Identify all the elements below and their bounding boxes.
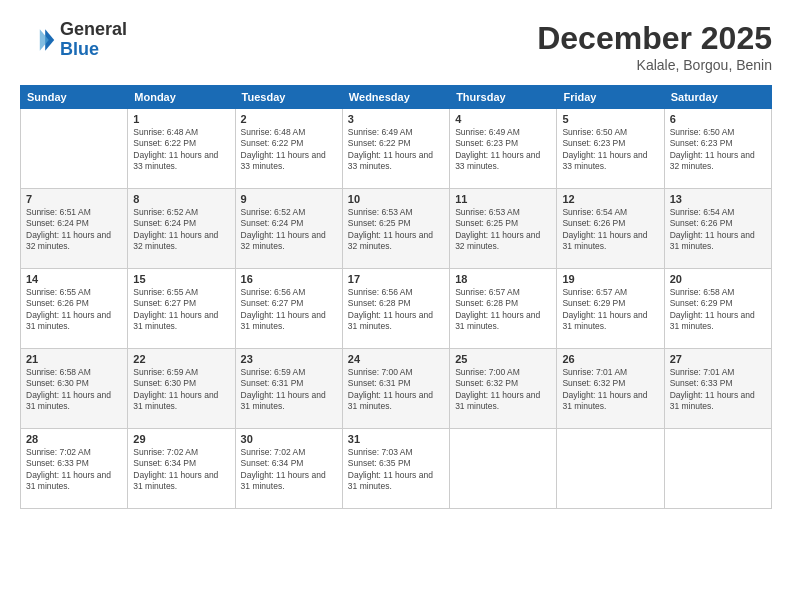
calendar-header-wednesday: Wednesday — [342, 86, 449, 109]
calendar-table: SundayMondayTuesdayWednesdayThursdayFrid… — [20, 85, 772, 509]
day-info: Sunrise: 7:02 AMSunset: 6:33 PMDaylight:… — [26, 447, 122, 493]
day-number: 22 — [133, 353, 229, 365]
day-number: 21 — [26, 353, 122, 365]
calendar-cell: 4Sunrise: 6:49 AMSunset: 6:23 PMDaylight… — [450, 109, 557, 189]
day-info: Sunrise: 6:58 AMSunset: 6:29 PMDaylight:… — [670, 287, 766, 333]
day-info: Sunrise: 6:57 AMSunset: 6:28 PMDaylight:… — [455, 287, 551, 333]
calendar-cell — [664, 429, 771, 509]
day-info: Sunrise: 6:57 AMSunset: 6:29 PMDaylight:… — [562, 287, 658, 333]
calendar-cell: 18Sunrise: 6:57 AMSunset: 6:28 PMDayligh… — [450, 269, 557, 349]
day-number: 9 — [241, 193, 337, 205]
calendar-header-sunday: Sunday — [21, 86, 128, 109]
calendar-cell: 5Sunrise: 6:50 AMSunset: 6:23 PMDaylight… — [557, 109, 664, 189]
calendar-cell: 31Sunrise: 7:03 AMSunset: 6:35 PMDayligh… — [342, 429, 449, 509]
calendar-cell — [450, 429, 557, 509]
day-info: Sunrise: 7:00 AMSunset: 6:31 PMDaylight:… — [348, 367, 444, 413]
day-number: 28 — [26, 433, 122, 445]
day-info: Sunrise: 6:53 AMSunset: 6:25 PMDaylight:… — [455, 207, 551, 253]
day-number: 29 — [133, 433, 229, 445]
calendar-cell: 30Sunrise: 7:02 AMSunset: 6:34 PMDayligh… — [235, 429, 342, 509]
day-info: Sunrise: 6:51 AMSunset: 6:24 PMDaylight:… — [26, 207, 122, 253]
day-number: 8 — [133, 193, 229, 205]
calendar-cell: 28Sunrise: 7:02 AMSunset: 6:33 PMDayligh… — [21, 429, 128, 509]
calendar-cell: 2Sunrise: 6:48 AMSunset: 6:22 PMDaylight… — [235, 109, 342, 189]
calendar-header-tuesday: Tuesday — [235, 86, 342, 109]
page: General Blue December 2025 Kalale, Borgo… — [0, 0, 792, 612]
day-number: 1 — [133, 113, 229, 125]
day-number: 10 — [348, 193, 444, 205]
calendar-body: 1Sunrise: 6:48 AMSunset: 6:22 PMDaylight… — [21, 109, 772, 509]
logo-text: General Blue — [60, 20, 127, 60]
day-info: Sunrise: 6:50 AMSunset: 6:23 PMDaylight:… — [562, 127, 658, 173]
calendar-week-1: 1Sunrise: 6:48 AMSunset: 6:22 PMDaylight… — [21, 109, 772, 189]
calendar-cell: 1Sunrise: 6:48 AMSunset: 6:22 PMDaylight… — [128, 109, 235, 189]
calendar-cell: 23Sunrise: 6:59 AMSunset: 6:31 PMDayligh… — [235, 349, 342, 429]
calendar-cell: 17Sunrise: 6:56 AMSunset: 6:28 PMDayligh… — [342, 269, 449, 349]
title-block: December 2025 Kalale, Borgou, Benin — [537, 20, 772, 73]
day-info: Sunrise: 7:00 AMSunset: 6:32 PMDaylight:… — [455, 367, 551, 413]
calendar-cell: 6Sunrise: 6:50 AMSunset: 6:23 PMDaylight… — [664, 109, 771, 189]
calendar-cell: 16Sunrise: 6:56 AMSunset: 6:27 PMDayligh… — [235, 269, 342, 349]
day-number: 3 — [348, 113, 444, 125]
day-number: 15 — [133, 273, 229, 285]
day-number: 6 — [670, 113, 766, 125]
day-info: Sunrise: 7:01 AMSunset: 6:33 PMDaylight:… — [670, 367, 766, 413]
calendar-cell: 25Sunrise: 7:00 AMSunset: 6:32 PMDayligh… — [450, 349, 557, 429]
calendar-cell: 19Sunrise: 6:57 AMSunset: 6:29 PMDayligh… — [557, 269, 664, 349]
logo-icon — [20, 22, 56, 58]
day-info: Sunrise: 6:50 AMSunset: 6:23 PMDaylight:… — [670, 127, 766, 173]
day-number: 12 — [562, 193, 658, 205]
calendar-cell: 10Sunrise: 6:53 AMSunset: 6:25 PMDayligh… — [342, 189, 449, 269]
day-info: Sunrise: 6:48 AMSunset: 6:22 PMDaylight:… — [133, 127, 229, 173]
day-number: 4 — [455, 113, 551, 125]
day-info: Sunrise: 6:59 AMSunset: 6:31 PMDaylight:… — [241, 367, 337, 413]
day-info: Sunrise: 6:54 AMSunset: 6:26 PMDaylight:… — [670, 207, 766, 253]
calendar-cell: 29Sunrise: 7:02 AMSunset: 6:34 PMDayligh… — [128, 429, 235, 509]
header: General Blue December 2025 Kalale, Borgo… — [20, 20, 772, 73]
calendar-cell: 13Sunrise: 6:54 AMSunset: 6:26 PMDayligh… — [664, 189, 771, 269]
day-number: 16 — [241, 273, 337, 285]
calendar-cell: 11Sunrise: 6:53 AMSunset: 6:25 PMDayligh… — [450, 189, 557, 269]
day-info: Sunrise: 6:52 AMSunset: 6:24 PMDaylight:… — [133, 207, 229, 253]
day-number: 11 — [455, 193, 551, 205]
calendar-header-monday: Monday — [128, 86, 235, 109]
logo: General Blue — [20, 20, 127, 60]
day-number: 7 — [26, 193, 122, 205]
day-number: 27 — [670, 353, 766, 365]
day-number: 17 — [348, 273, 444, 285]
month-title: December 2025 — [537, 20, 772, 57]
calendar-cell: 26Sunrise: 7:01 AMSunset: 6:32 PMDayligh… — [557, 349, 664, 429]
calendar-header-saturday: Saturday — [664, 86, 771, 109]
day-number: 24 — [348, 353, 444, 365]
day-number: 13 — [670, 193, 766, 205]
day-info: Sunrise: 6:54 AMSunset: 6:26 PMDaylight:… — [562, 207, 658, 253]
day-info: Sunrise: 7:01 AMSunset: 6:32 PMDaylight:… — [562, 367, 658, 413]
day-info: Sunrise: 6:56 AMSunset: 6:27 PMDaylight:… — [241, 287, 337, 333]
day-number: 25 — [455, 353, 551, 365]
day-info: Sunrise: 6:55 AMSunset: 6:27 PMDaylight:… — [133, 287, 229, 333]
calendar-cell — [557, 429, 664, 509]
calendar-week-2: 7Sunrise: 6:51 AMSunset: 6:24 PMDaylight… — [21, 189, 772, 269]
day-number: 19 — [562, 273, 658, 285]
day-info: Sunrise: 6:59 AMSunset: 6:30 PMDaylight:… — [133, 367, 229, 413]
calendar-cell: 8Sunrise: 6:52 AMSunset: 6:24 PMDaylight… — [128, 189, 235, 269]
day-info: Sunrise: 6:49 AMSunset: 6:22 PMDaylight:… — [348, 127, 444, 173]
calendar-week-4: 21Sunrise: 6:58 AMSunset: 6:30 PMDayligh… — [21, 349, 772, 429]
calendar-cell: 7Sunrise: 6:51 AMSunset: 6:24 PMDaylight… — [21, 189, 128, 269]
calendar-cell: 24Sunrise: 7:00 AMSunset: 6:31 PMDayligh… — [342, 349, 449, 429]
day-info: Sunrise: 6:49 AMSunset: 6:23 PMDaylight:… — [455, 127, 551, 173]
calendar-cell: 3Sunrise: 6:49 AMSunset: 6:22 PMDaylight… — [342, 109, 449, 189]
calendar-cell: 14Sunrise: 6:55 AMSunset: 6:26 PMDayligh… — [21, 269, 128, 349]
day-info: Sunrise: 6:58 AMSunset: 6:30 PMDaylight:… — [26, 367, 122, 413]
day-number: 26 — [562, 353, 658, 365]
calendar-cell: 9Sunrise: 6:52 AMSunset: 6:24 PMDaylight… — [235, 189, 342, 269]
day-number: 23 — [241, 353, 337, 365]
calendar-cell: 21Sunrise: 6:58 AMSunset: 6:30 PMDayligh… — [21, 349, 128, 429]
calendar-cell: 15Sunrise: 6:55 AMSunset: 6:27 PMDayligh… — [128, 269, 235, 349]
calendar-week-3: 14Sunrise: 6:55 AMSunset: 6:26 PMDayligh… — [21, 269, 772, 349]
calendar-cell — [21, 109, 128, 189]
calendar-cell: 22Sunrise: 6:59 AMSunset: 6:30 PMDayligh… — [128, 349, 235, 429]
day-info: Sunrise: 6:55 AMSunset: 6:26 PMDaylight:… — [26, 287, 122, 333]
calendar-header-thursday: Thursday — [450, 86, 557, 109]
day-info: Sunrise: 6:53 AMSunset: 6:25 PMDaylight:… — [348, 207, 444, 253]
